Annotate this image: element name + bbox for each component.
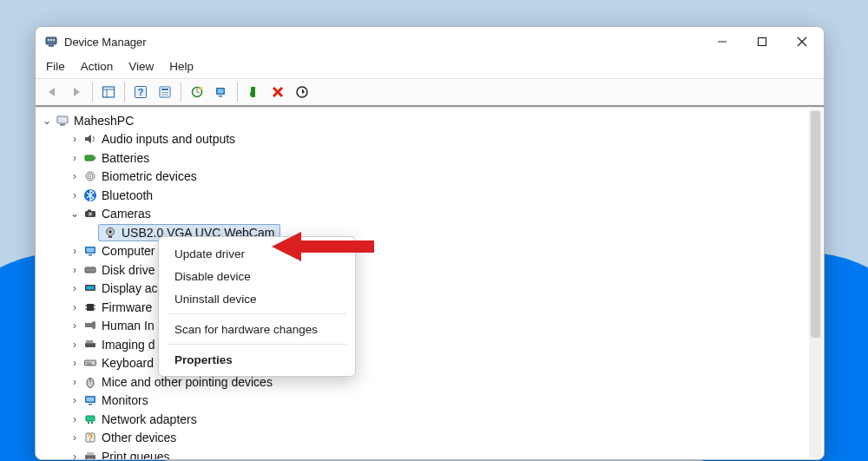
tree-item-printers[interactable]: › Print queues [36, 447, 806, 459]
menu-action[interactable]: Action [81, 60, 114, 73]
tree-item-webcam[interactable]: USB2.0 VGA UVC WebCam [36, 223, 806, 242]
tree-item-label: Human In [102, 319, 155, 333]
svg-text:?: ? [138, 87, 144, 97]
tree-item-biometric[interactable]: › Biometric devices [36, 168, 806, 187]
expand-icon[interactable]: › [69, 358, 81, 368]
collapse-icon[interactable]: ⌄ [69, 208, 81, 219]
close-button[interactable] [782, 29, 822, 55]
tree-item-imaging[interactable]: › Imaging d [36, 335, 806, 354]
update-driver-button[interactable] [186, 82, 208, 102]
expand-icon[interactable]: › [69, 302, 81, 313]
disable-device-button[interactable] [291, 82, 313, 102]
tree-item-label: Computer [102, 244, 155, 258]
expand-icon[interactable]: › [69, 246, 81, 256]
svg-text:?: ? [88, 433, 93, 443]
svg-rect-15 [161, 89, 168, 90]
svg-rect-28 [60, 124, 65, 126]
menu-help[interactable]: Help [169, 60, 194, 73]
scrollbar-thumb[interactable] [811, 111, 820, 338]
menubar: File Action View Help [36, 56, 824, 79]
svg-rect-66 [89, 404, 92, 405]
disk-icon [82, 262, 98, 278]
collapse-icon[interactable]: ⌄ [41, 115, 53, 126]
cm-update-driver[interactable]: Update driver [159, 242, 355, 265]
tree-item-hid[interactable]: › Human In [36, 317, 806, 336]
svg-rect-16 [161, 92, 168, 93]
vertical-scrollbar[interactable] [809, 109, 822, 458]
toolbar-separator [181, 82, 181, 102]
camera-icon [82, 206, 98, 221]
tree-item-disk[interactable]: › Disk drive [36, 260, 806, 280]
svg-rect-27 [57, 116, 68, 123]
tree-item-other[interactable]: › ? Other devices [36, 429, 806, 448]
device-tree[interactable]: ⌄ MaheshPC › Audio inputs and outputs › … [36, 108, 806, 459]
svg-rect-74 [87, 458, 94, 459]
properties-button[interactable] [154, 82, 176, 102]
svg-point-19 [200, 87, 203, 90]
cm-scan-hardware[interactable]: Scan for hardware changes [159, 318, 355, 340]
svg-rect-53 [85, 323, 92, 327]
toolbar-separator [124, 82, 125, 102]
tree-area: ⌄ MaheshPC › Audio inputs and outputs › … [36, 107, 824, 459]
tree-item-display[interactable]: › Display ac [36, 280, 806, 299]
expand-icon[interactable]: › [69, 171, 81, 181]
tree-item-label: Biometric devices [102, 169, 197, 183]
nav-back-button[interactable] [41, 82, 63, 102]
expand-icon[interactable]: › [69, 339, 81, 350]
expand-icon[interactable]: › [69, 153, 81, 163]
tree-item-label: Firmware [102, 300, 152, 314]
tree-item-network[interactable]: › Network adapters [36, 410, 806, 429]
expand-icon[interactable]: › [69, 414, 81, 425]
svg-point-33 [89, 175, 91, 177]
bluetooth-icon [82, 188, 98, 203]
show-hide-tree-button[interactable] [97, 82, 120, 102]
menu-view[interactable]: View [128, 60, 154, 73]
tree-item-label: Display ac [102, 281, 158, 295]
svg-rect-55 [85, 343, 95, 347]
scan-hardware-button[interactable] [210, 82, 233, 102]
tree-item-cameras[interactable]: ⌄ Cameras [36, 205, 806, 224]
tree-item-label: Other devices [102, 431, 176, 445]
expand-icon[interactable]: › [69, 451, 81, 459]
tree-item-label: Network adapters [102, 412, 197, 426]
toolbar: ? [36, 79, 824, 107]
tree-item-computer[interactable]: › Computer [36, 242, 806, 261]
expand-icon[interactable]: › [69, 320, 81, 331]
tree-item-label: Bluetooth [102, 188, 153, 202]
tree-item-batteries[interactable]: › Batteries [36, 148, 806, 168]
window-title: Device Manager [64, 36, 702, 49]
nav-forward-button[interactable] [65, 82, 88, 102]
expand-icon[interactable]: › [69, 395, 81, 405]
enable-device-button[interactable] [242, 82, 265, 102]
fingerprint-icon [82, 168, 98, 184]
tree-item-firmware[interactable]: › Firmware [36, 298, 806, 317]
display-adapter-icon [82, 280, 98, 296]
help-button[interactable]: ? [129, 82, 152, 102]
tree-root-label: MaheshPC [74, 114, 134, 128]
tree-item-keyboards[interactable]: › Keyboard [36, 354, 806, 373]
expand-icon[interactable]: › [69, 190, 81, 201]
tree-root[interactable]: ⌄ MaheshPC [36, 111, 806, 130]
expand-icon[interactable]: › [69, 134, 81, 144]
expand-icon[interactable]: › [69, 265, 81, 275]
keyboard-icon [82, 355, 98, 371]
cm-properties[interactable]: Properties [159, 348, 355, 371]
svg-rect-23 [251, 87, 255, 97]
menu-file[interactable]: File [46, 60, 65, 73]
expand-icon[interactable]: › [69, 283, 81, 293]
tree-item-audio[interactable]: › Audio inputs and outputs [36, 130, 806, 149]
printer-icon [82, 449, 98, 459]
svg-rect-69 [91, 422, 93, 424]
unknown-device-icon: ? [82, 430, 98, 445]
tree-item-mice[interactable]: › Mice and other pointing devices [36, 372, 806, 392]
cm-uninstall-device[interactable]: Uninstall device [159, 287, 355, 310]
expand-icon[interactable]: › [69, 377, 81, 387]
minimize-button[interactable] [702, 29, 742, 55]
tree-item-bluetooth[interactable]: › Bluetooth [36, 186, 806, 205]
maximize-button[interactable] [742, 29, 782, 55]
svg-rect-61 [87, 364, 92, 365]
tree-item-monitors[interactable]: › Monitors [36, 392, 806, 411]
cm-disable-device[interactable]: Disable device [159, 265, 355, 287]
uninstall-device-button[interactable] [266, 82, 289, 102]
expand-icon[interactable]: › [69, 432, 81, 443]
